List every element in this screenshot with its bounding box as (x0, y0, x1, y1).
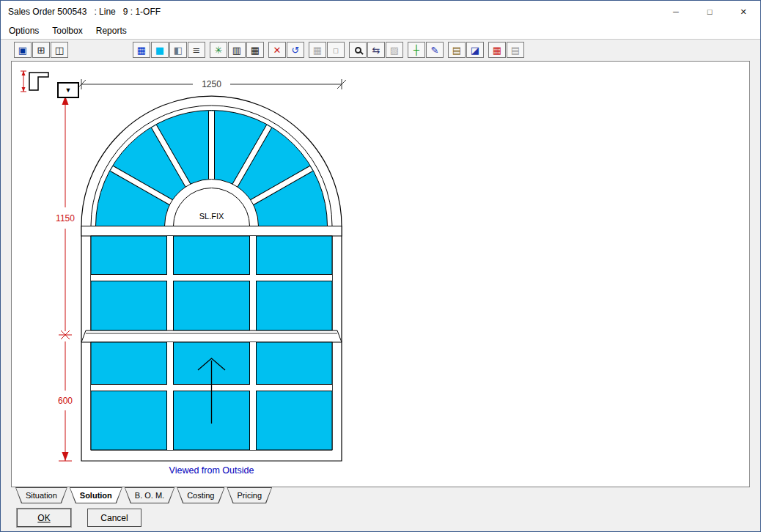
mullions-button[interactable]: ▥ (228, 42, 246, 58)
notes-icon: ▤ (511, 45, 520, 55)
glazing-icon: ■ (155, 45, 164, 55)
dimension-lower-label: 600 (58, 396, 73, 406)
drawing-canvas: 1250 1150 600 (11, 61, 750, 487)
spec-list-button[interactable]: ≡ (188, 42, 205, 58)
cancel-button[interactable]: Cancel (87, 509, 141, 527)
frame-design-icon: ▦ (137, 45, 146, 55)
toolbar: ▣ ⊞ ◫ ▦ ■ ◧ ≡ ✳ ▥ ▦ ✕ ↺ ▦ ▫ ⇆ ▨ ┼ ✎ ▤ ◪ … (1, 40, 760, 60)
close-icon: ✕ (740, 7, 746, 17)
profile-dropdown-button[interactable]: ▼ (57, 82, 79, 98)
dimensions-button[interactable]: ▦ (309, 42, 326, 58)
spec-list-icon: ≡ (193, 45, 201, 55)
close-button[interactable]: ✕ (727, 1, 760, 23)
minimize-icon: ─ (673, 7, 679, 16)
app-window: Sales Order 500543 : Line 9 : 1-OFF ─ □ … (0, 0, 761, 532)
frame-view-button[interactable]: ◫ (51, 42, 68, 58)
undo-button[interactable]: ↺ (287, 42, 304, 58)
minimize-button[interactable]: ─ (659, 1, 693, 23)
dimension-width-label: 1250 (202, 79, 221, 89)
measure-button[interactable]: ▫ (327, 42, 345, 58)
profiles-icon: ▣ (18, 45, 27, 55)
dimension-upper-label: 1150 (56, 213, 75, 223)
grid-view-button[interactable]: ⊞ (32, 42, 50, 58)
costing-grid-button[interactable]: ▦ (488, 42, 506, 58)
dimension-heights (59, 96, 72, 461)
maximize-icon: □ (707, 7, 713, 16)
window-controls: ─ □ ✕ (659, 1, 760, 23)
profiles-button[interactable]: ▣ (14, 42, 32, 58)
hardware-button[interactable]: ◧ (169, 42, 187, 58)
hatch-icon: ▨ (390, 45, 399, 55)
menu-reports[interactable]: Reports (89, 23, 133, 39)
properties-button[interactable]: ▤ (448, 42, 466, 58)
notes-button[interactable]: ▤ (507, 42, 524, 58)
chart-icon: ◪ (471, 45, 479, 55)
nodes-button[interactable]: ┼ (408, 42, 425, 58)
tab-pricing[interactable]: Pricing (227, 487, 272, 503)
menu-options[interactable]: Options (2, 23, 45, 39)
tab-strip: Situation Solution B. O. M. Costing Pric… (15, 487, 272, 503)
title-bar: Sales Order 500543 : Line 9 : 1-OFF ─ □ … (1, 1, 760, 23)
upper-sash-glass (91, 236, 332, 330)
window-drawing[interactable]: 1250 1150 600 (12, 62, 749, 487)
center-label: SL.FIX (199, 212, 224, 221)
frame-design-button[interactable]: ▦ (133, 42, 150, 58)
tab-situation[interactable]: Situation (15, 487, 67, 503)
grid-view-icon: ⊞ (37, 45, 45, 55)
chart-button[interactable]: ◪ (466, 42, 484, 58)
costing-grid-icon: ▦ (493, 45, 501, 55)
copy-button[interactable]: ⇆ (367, 42, 385, 58)
edit-icon: ✎ (431, 45, 439, 55)
zoom-icon (355, 47, 361, 53)
finishes-button[interactable]: ✳ (210, 42, 227, 58)
hardware-icon: ◧ (174, 45, 183, 55)
profile-selector: ▼ (19, 67, 79, 98)
undo-icon: ↺ (292, 45, 300, 55)
glazing-bars-button[interactable]: ▦ (246, 42, 264, 58)
properties-icon: ▤ (452, 45, 461, 55)
chevron-down-icon: ▼ (65, 86, 72, 94)
ok-button[interactable]: OK (17, 509, 71, 527)
menu-bar: Options Toolbox Reports (1, 23, 760, 40)
tab-bom[interactable]: B. O. M. (125, 487, 174, 503)
finishes-icon: ✳ (215, 45, 223, 55)
glazing-bars-icon: ▦ (251, 45, 260, 55)
transom (81, 226, 342, 237)
dimensions-icon: ▦ (313, 45, 322, 55)
nodes-icon: ┼ (413, 45, 419, 55)
measure-icon: ▫ (333, 45, 339, 55)
profile-section-icon (19, 67, 54, 97)
view-caption: Viewed from Outside (169, 465, 254, 476)
meeting-rail (81, 330, 342, 342)
menu-toolbox[interactable]: Toolbox (45, 23, 89, 39)
frame-view-icon: ◫ (55, 45, 64, 55)
maximize-button[interactable]: □ (693, 1, 727, 23)
tab-costing[interactable]: Costing (177, 487, 224, 503)
hatch-button[interactable]: ▨ (386, 42, 403, 58)
mullions-icon: ▥ (232, 45, 241, 55)
glazing-button[interactable]: ■ (151, 42, 169, 58)
delete-icon: ✕ (273, 45, 282, 55)
tab-solution[interactable]: Solution (70, 487, 122, 503)
delete-button[interactable]: ✕ (268, 42, 286, 58)
zoom-button[interactable] (349, 42, 367, 58)
window-title: Sales Order 500543 : Line 9 : 1-OFF (8, 7, 161, 17)
edit-button[interactable]: ✎ (426, 42, 444, 58)
copy-icon: ⇆ (372, 45, 380, 55)
